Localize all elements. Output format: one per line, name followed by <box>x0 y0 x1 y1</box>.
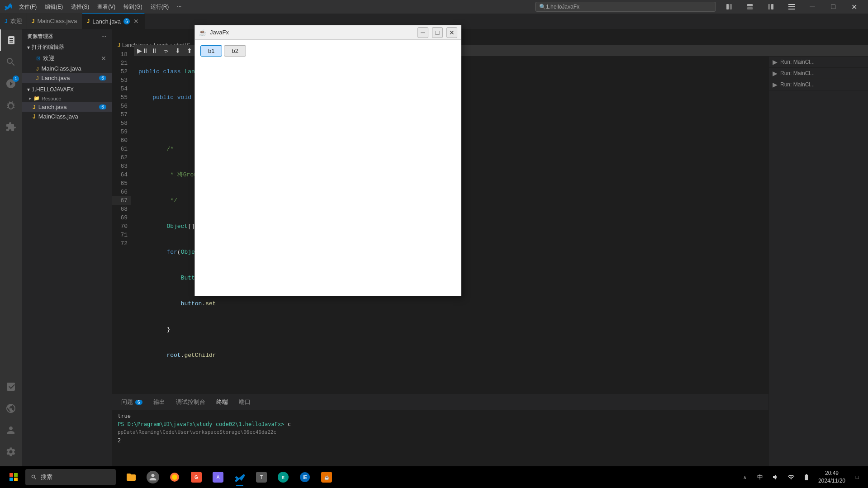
javafx-btn-b1[interactable]: b1 <box>200 45 222 57</box>
run-icon-4: ▶ <box>773 81 778 88</box>
taskbar-app-5[interactable]: A <box>208 467 228 487</box>
panel-tab-output[interactable]: 输出 <box>148 394 171 410</box>
taskbar-app-explorer[interactable] <box>121 467 141 487</box>
javafx-btn-b2[interactable]: b2 <box>224 45 246 57</box>
tab-lanch[interactable]: J Lanch.java 6 ✕ <box>82 13 145 29</box>
tray-lang-text: 中 <box>757 473 763 481</box>
activity-settings[interactable] <box>0 441 22 463</box>
sidebar-item-mainclass-open[interactable]: J MainClass.java <box>22 64 112 73</box>
project-section[interactable]: ▾ 1.HELLOJAVAFX <box>22 85 112 95</box>
javafx-minimize-btn[interactable]: ─ <box>417 27 428 38</box>
activity-explorer[interactable] <box>0 29 22 51</box>
sidebar-item-lanch[interactable]: J Lanch.java 6 <box>22 102 112 112</box>
taskbar-app-9[interactable]: IE <box>295 467 315 487</box>
resouce-label: Resouce <box>42 96 61 101</box>
run-label-2: Run: MainCl... <box>780 59 815 65</box>
panel-tab-debug-label: 调试控制台 <box>176 398 205 406</box>
tray-volume[interactable] <box>768 467 783 487</box>
debug-continue-btn[interactable]: ▶⏸ <box>138 46 147 56</box>
menu-file[interactable]: 文件(F) <box>15 2 40 12</box>
menu-run[interactable]: 运行(R) <box>147 2 173 12</box>
taskbar-system-tray: ∧ 中 20:49 2024/11/20 □ <box>738 467 864 487</box>
svg-rect-1 <box>730 4 732 9</box>
panel-tab-terminal[interactable]: 终端 <box>211 394 233 410</box>
activity-remote[interactable] <box>0 398 22 419</box>
svg-rect-11 <box>9 478 13 481</box>
tab-welcome-label: 欢迎 <box>10 17 22 25</box>
panel-content[interactable]: true PS D:\Pragram\UI\javaFx\study code0… <box>112 410 868 466</box>
panel-tab-ports[interactable]: 端口 <box>233 394 256 410</box>
debug-step-out-btn[interactable]: ⬆ <box>185 46 194 56</box>
svg-rect-0 <box>726 4 729 9</box>
window-controls: ─ □ ✕ <box>719 0 864 14</box>
resouce-icon: 📁 <box>33 95 40 101</box>
sidebar-item-welcome-close[interactable]: ✕ <box>101 55 106 62</box>
title-search[interactable]: 🔍 1.helloJavaFx <box>535 2 716 12</box>
taskbar-app-8[interactable]: E <box>273 467 293 487</box>
activity-account[interactable] <box>0 419 22 441</box>
debug-pause-btn[interactable]: ⏸ <box>149 46 159 56</box>
customize-layout-btn[interactable] <box>781 0 802 14</box>
activity-debug[interactable] <box>0 95 22 116</box>
tab-welcome[interactable]: J 欢迎 <box>0 13 27 29</box>
svg-rect-4 <box>768 4 770 9</box>
tray-battery[interactable] <box>799 467 814 487</box>
taskbar-clock[interactable]: 20:49 2024/11/20 <box>815 469 849 485</box>
maximize-btn[interactable]: □ <box>823 0 844 14</box>
debug-step-over-btn[interactable]: ⤼ <box>161 46 171 56</box>
run-item-4[interactable]: ▶ Run: MainCl... <box>769 79 868 90</box>
welcome-file-icon: ⊡ <box>36 56 40 62</box>
menu-edit[interactable]: 编辑(E) <box>41 2 66 12</box>
panel-tab-problems-label: 问题 <box>121 398 133 406</box>
tab-lanch-close[interactable]: ✕ <box>133 18 140 25</box>
tray-lang[interactable]: 中 <box>753 467 768 487</box>
activity-search[interactable] <box>0 51 22 73</box>
run-item-2[interactable]: ▶ Run: MainCl... <box>769 57 868 68</box>
sidebar-item-mainclass[interactable]: J MainClass.java <box>22 112 112 121</box>
open-editors-section[interactable]: ▾ 打开的编辑器 <box>22 42 112 53</box>
editor-layout-btn[interactable] <box>740 0 760 14</box>
run-icon-3: ▶ <box>773 70 778 77</box>
close-btn[interactable]: ✕ <box>844 0 864 14</box>
minimize-btn[interactable]: ─ <box>802 0 823 14</box>
panel-tab-debug[interactable]: 调试控制台 <box>171 394 211 410</box>
taskbar-app-firefox[interactable] <box>165 467 185 487</box>
activity-test[interactable] <box>0 376 22 398</box>
breadcrumb-file[interactable]: J <box>118 42 120 48</box>
sidebar-item-lanch-open[interactable]: J Lanch.java 6 <box>22 73 112 83</box>
svg-rect-7 <box>788 6 795 7</box>
svg-rect-8 <box>788 9 795 9</box>
vscode-active-indicator <box>236 485 243 486</box>
sidebar-resouce[interactable]: ▸ 📁 Resouce <box>22 95 112 102</box>
run-item-3[interactable]: ▶ Run: MainCl... <box>769 68 868 79</box>
debug-step-in-btn[interactable]: ⬇ <box>173 46 183 56</box>
sidebar-toggle-btn[interactable] <box>719 0 740 14</box>
sidebar-more-btn[interactable]: ··· <box>101 34 106 39</box>
start-button[interactable] <box>4 467 24 487</box>
menu-goto[interactable]: 转到(G) <box>120 2 146 12</box>
menu-select[interactable]: 选择(S) <box>67 2 93 12</box>
mainclass-file-icon-open: J <box>36 66 39 71</box>
activity-extensions[interactable] <box>0 116 22 138</box>
tray-network[interactable] <box>784 467 798 487</box>
tab-mainclass[interactable]: J MainClass.java <box>27 13 82 29</box>
menu-view[interactable]: 查看(V) <box>94 2 119 12</box>
javafx-maximize-btn[interactable]: □ <box>432 27 443 38</box>
menu-more[interactable]: ··· <box>173 2 185 12</box>
svg-text:☕: ☕ <box>324 475 330 480</box>
panel-tab-problems[interactable]: 问题 6 <box>116 394 148 410</box>
taskbar-app-7[interactable]: T <box>251 467 271 487</box>
tray-notification[interactable]: □ <box>850 467 864 487</box>
activity-scm[interactable]: 1 <box>0 73 22 95</box>
sidebar-item-welcome[interactable]: ⊡ 欢迎 ✕ <box>22 53 112 64</box>
taskbar-app-git[interactable]: G <box>186 467 206 487</box>
tray-expand[interactable]: ∧ <box>738 467 752 487</box>
svg-rect-12 <box>14 478 18 481</box>
taskbar-app-profile[interactable] <box>143 467 163 487</box>
mainclass-file-icon: J <box>33 114 36 120</box>
panel-layout-btn[interactable] <box>760 0 781 14</box>
javafx-close-btn[interactable]: ✕ <box>446 27 457 38</box>
taskbar-app-vscode[interactable] <box>230 467 250 487</box>
taskbar-search[interactable]: 搜索 <box>25 469 116 485</box>
taskbar-app-java[interactable]: ☕ <box>317 467 337 487</box>
